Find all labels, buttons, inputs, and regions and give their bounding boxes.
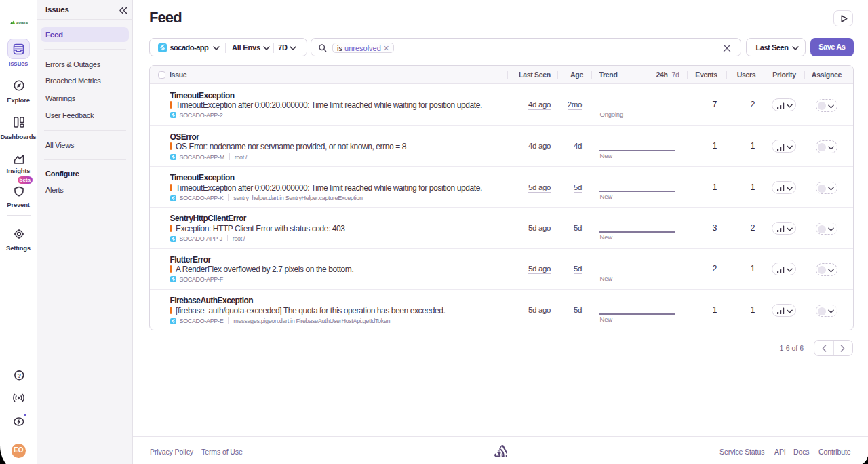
svg-text:AvlaTek: AvlaTek [16,21,28,25]
svg-text:?: ? [17,372,21,379]
